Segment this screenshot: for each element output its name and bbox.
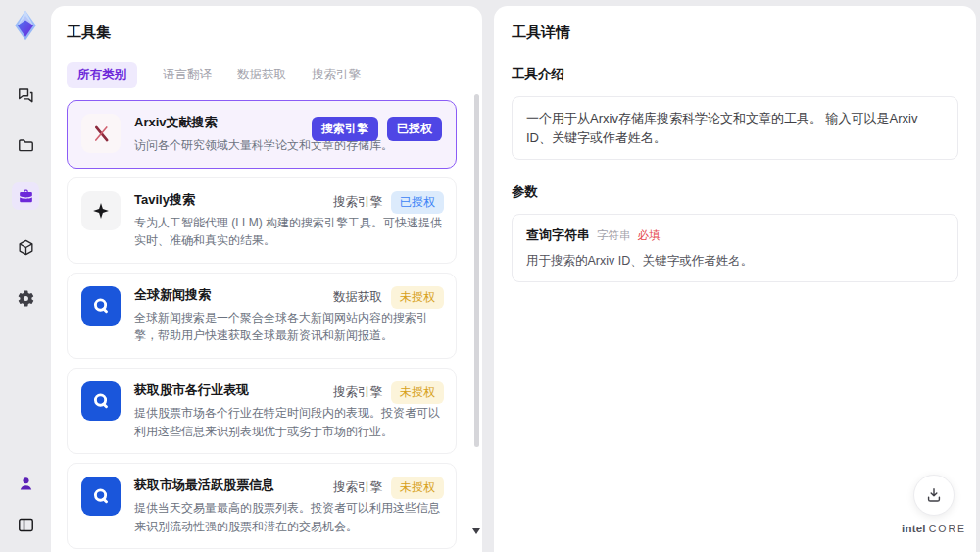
intel-core-logo: intel CORE (902, 523, 966, 534)
nav-folder-icon[interactable] (12, 131, 39, 159)
scroll-down-indicator[interactable] (472, 528, 480, 534)
download-button[interactable] (913, 475, 955, 516)
nav-chat-icon[interactable] (12, 80, 39, 108)
tool-auth-badge: 未授权 (391, 381, 444, 404)
tool-badges: 搜索引擎 已授权 (312, 117, 442, 141)
tool-category-badge: 数据获取 (333, 289, 382, 306)
tool-description: 提供当天交易量最高的股票列表。投资者可以利用这些信息来识别流动性强的股票和潜在的… (134, 499, 444, 535)
tool-category-badge: 搜索引擎 (333, 194, 382, 211)
tool-category-badge: 搜索引擎 (312, 117, 378, 141)
download-icon (924, 485, 944, 505)
app-rail (0, 0, 51, 552)
param-type: 字符串 (597, 228, 631, 243)
tool-card[interactable]: 获取市场最活跃股票信息 提供当天交易量最高的股票列表。投资者可以利用这些信息来识… (67, 463, 457, 549)
detail-title: 工具详情 (512, 20, 958, 42)
nav-cube-icon[interactable] (12, 233, 39, 261)
intro-heading: 工具介绍 (512, 66, 958, 83)
tool-detail-panel: 工具详情 工具介绍 一个用于从Arxiv存储库搜索科学论文和文章的工具。 输入可… (494, 6, 976, 552)
tool-description: 全球新闻搜索是一个聚合全球各大新闻网站内容的搜索引擎，帮助用户快速获取全球最新资… (134, 309, 444, 345)
tool-badges: 搜索引擎 已授权 (333, 191, 444, 214)
rail-bottom (0, 470, 51, 538)
category-tabs: 所有类别语言翻译数据获取搜索引擎 (67, 62, 466, 88)
param-box: 查询字符串 字符串 必填 用于搜索的Arxiv ID、关键字或作者姓名。 (512, 214, 958, 282)
collapse-panel-icon[interactable] (12, 511, 39, 538)
tool-badges: 搜索引擎 未授权 (333, 381, 444, 404)
corner-widgets: intel CORE (902, 475, 966, 534)
tool-category-badge: 搜索引擎 (333, 479, 382, 496)
tool-card[interactable]: 全球新闻搜索 全球新闻搜索是一个聚合全球各大新闻网站内容的搜索引擎，帮助用户快速… (67, 273, 457, 359)
tool-card[interactable]: Arxiv文献搜索 访问各个研究领域大量科学论文和文章的存储库。 搜索引擎 已授… (67, 100, 457, 169)
tool-list: Arxiv文献搜索 访问各个研究领域大量科学论文和文章的存储库。 搜索引擎 已授… (67, 100, 466, 552)
nav-settings-icon[interactable] (12, 284, 39, 312)
page-title: 工具集 (67, 20, 466, 42)
brand-intel-text: intel (902, 523, 926, 534)
tool-icon (81, 114, 121, 153)
params-heading: 参数 (512, 183, 958, 201)
tab-1[interactable]: 语言翻译 (163, 67, 212, 83)
tool-list-panel: 工具集 所有类别语言翻译数据获取搜索引擎 Arxiv文献搜索 访问各个研究领域大… (51, 6, 482, 552)
param-name: 查询字符串 (526, 226, 590, 244)
tool-badges: 数据获取 未授权 (333, 286, 444, 309)
tool-icon (81, 381, 121, 421)
brand-core-text: CORE (929, 523, 966, 534)
param-head: 查询字符串 字符串 必填 (526, 226, 944, 244)
tab-2[interactable]: 数据获取 (237, 67, 286, 83)
tool-category-badge: 搜索引擎 (333, 384, 382, 401)
tool-badges: 搜索引擎 未授权 (333, 477, 444, 499)
tool-auth-badge: 已授权 (387, 117, 442, 141)
app-logo (8, 8, 43, 43)
tab-3[interactable]: 搜索引擎 (312, 67, 361, 83)
tool-auth-badge: 未授权 (391, 286, 444, 309)
tab-0[interactable]: 所有类别 (67, 62, 137, 88)
tool-card[interactable]: 获取股市各行业表现 提供股票市场各个行业在特定时间段内的表现。投资者可以利用这些… (67, 368, 457, 454)
tool-description: 提供股票市场各个行业在特定时间段内的表现。投资者可以利用这些信息来识别表现优于或… (134, 404, 444, 440)
tool-auth-badge: 已授权 (391, 191, 444, 214)
tool-icon (81, 477, 121, 516)
tool-icon (81, 286, 121, 326)
intro-box: 一个用于从Arxiv存储库搜索科学论文和文章的工具。 输入可以是Arxiv ID… (512, 96, 958, 160)
tool-icon (81, 191, 121, 230)
list-scrollbar[interactable] (474, 94, 479, 447)
tool-card[interactable]: Tavily搜索 专为人工智能代理 (LLM) 构建的搜索引擎工具。可快速提供实… (67, 177, 457, 264)
intro-text: 一个用于从Arxiv存储库搜索科学论文和文章的工具。 输入可以是Arxiv ID… (526, 109, 944, 147)
nav-toolbox-icon[interactable] (12, 182, 39, 210)
tool-description: 专为人工智能代理 (LLM) 构建的搜索引擎工具。可快速提供实时、准确和真实的结… (134, 214, 444, 250)
rail-nav (12, 80, 39, 312)
param-description: 用于搜索的Arxiv ID、关键字或作者姓名。 (526, 253, 944, 270)
param-required-flag: 必填 (638, 228, 661, 243)
user-avatar-icon[interactable] (12, 470, 39, 497)
tool-auth-badge: 未授权 (391, 477, 444, 499)
